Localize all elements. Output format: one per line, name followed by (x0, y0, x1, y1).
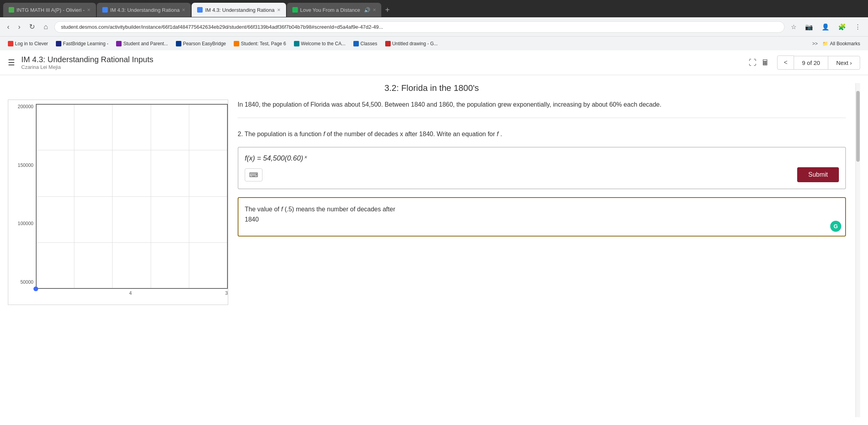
all-bookmarks-button[interactable]: 📁 All Bookmarks (819, 40, 863, 48)
tab-4[interactable]: Love You From a Distance 🔊 ✕ (287, 3, 381, 17)
response-text-1: The value of (245, 206, 279, 213)
new-tab-button[interactable]: + (382, 6, 393, 15)
bookmark-untitled[interactable]: Untitled drawing - G... (382, 40, 441, 48)
tab-4-icon (292, 7, 298, 13)
tab-4-label: Love You From a Distance (300, 7, 360, 13)
bookmark-pearson-icon (176, 41, 181, 46)
bookmark-pearson[interactable]: Pearson EasyBridge (173, 40, 229, 48)
bookmark-student-parent-icon (116, 41, 122, 46)
menu-button[interactable]: ⋮ (852, 22, 863, 32)
bookmarks-bar: Log in to Clever FastBridge Learning - S… (0, 36, 868, 50)
right-scrollbar[interactable] (855, 83, 860, 417)
tab-4-audio-icon: 🔊 (364, 7, 370, 13)
bookmark-welcome-icon (294, 41, 299, 46)
divider-1 (238, 118, 846, 118)
bookmark-student-parent[interactable]: Student and Parent... (113, 40, 171, 48)
tab-3-label: IM 4.3: Understanding Rationa (205, 7, 274, 13)
response-means: means the number of decades after (296, 206, 395, 213)
math-expression: f(x) = 54,500(0.60)ˣ (245, 154, 839, 163)
response-f: f (281, 206, 283, 213)
bookmark-student-parent-label: Student and Parent... (123, 41, 168, 46)
tab-2-icon (102, 7, 108, 13)
bookmark-star-button[interactable]: ☆ (789, 22, 799, 32)
screenshot-button[interactable]: 📷 (803, 22, 815, 32)
bookmark-untitled-label: Untitled drawing - G... (392, 41, 438, 46)
tab-3-close[interactable]: ✕ (277, 7, 281, 13)
right-panel: In 1840, the population of Florida was a… (228, 100, 855, 305)
scrollbar-thumb[interactable] (856, 91, 860, 162)
calculator-button[interactable]: 🖩 (761, 58, 769, 67)
tab-1-label: INTG MATH III A(P) - Olivieri - (17, 7, 85, 13)
math-input-toolbar: ⌨ Submit (245, 167, 839, 182)
refresh-button[interactable]: ↻ (27, 21, 37, 33)
tab-3[interactable]: IM 4.3: Understanding Rationa ✕ (192, 3, 286, 17)
text-response-content: The value of f (.5) means the number of … (245, 204, 839, 224)
bookmark-clever-icon (8, 41, 13, 46)
y-label-150000: 150000 (10, 163, 33, 168)
section-title: 3.2: Florida in the 1800's (8, 83, 855, 93)
question-f2: f (497, 131, 499, 137)
app-title: IM 4.3: Understanding Rational Inputs (21, 55, 749, 64)
question-part1: 2. The population is a function (238, 131, 321, 137)
back-button[interactable]: ‹ (5, 21, 12, 33)
bookmark-student-test[interactable]: Student: Test, Page 6 (231, 40, 289, 48)
forward-button[interactable]: › (16, 21, 23, 33)
question-rest: of the number of decades x after 1840. W… (327, 131, 495, 137)
profile-button[interactable]: 👤 (819, 22, 832, 32)
hamburger-button[interactable]: ☰ (8, 58, 15, 67)
x-label-3: 3 (225, 290, 228, 296)
y-label-100000: 100000 (10, 221, 33, 226)
question-text: 2. The population is a function f of the… (238, 129, 846, 139)
keyboard-button[interactable]: ⌨ (245, 168, 262, 181)
graph-border (36, 104, 228, 289)
nav-controls: < 9 of 20 Next › (777, 55, 860, 70)
bookmark-untitled-icon (385, 41, 391, 46)
bookmark-student-test-label: Student: Test, Page 6 (241, 41, 286, 46)
home-button[interactable]: ⌂ (41, 21, 50, 33)
bookmark-welcome[interactable]: Welcome to the CA... (291, 40, 349, 48)
bookmarks-more-button[interactable]: >> (812, 41, 818, 46)
next-arrow: › (850, 59, 852, 66)
page-content: ☰ IM 4.3: Understanding Rational Inputs … (0, 50, 868, 425)
address-input[interactable] (54, 21, 785, 33)
tab-1-close[interactable]: ✕ (87, 7, 90, 13)
tab-2[interactable]: IM 4.3: Understanding Rationa ✕ (97, 3, 191, 17)
tab-3-icon (197, 7, 203, 13)
y-axis-labels: 200000 150000 100000 50000 (8, 100, 36, 289)
bookmark-clever-label: Log in to Clever (15, 41, 48, 46)
math-input-box[interactable]: f(x) = 54,500(0.60)ˣ ⌨ Submit (238, 147, 846, 189)
app-header: ☰ IM 4.3: Understanding Rational Inputs … (0, 50, 868, 75)
page-counter: 9 of 20 (794, 56, 828, 70)
question-period: . (500, 131, 502, 137)
tab-4-close[interactable]: ✕ (373, 7, 376, 13)
extension-button[interactable]: 🧩 (836, 22, 848, 32)
app-title-section: IM 4.3: Understanding Rational Inputs Cz… (21, 55, 749, 70)
prev-page-button[interactable]: < (777, 55, 794, 70)
submit-button[interactable]: Submit (797, 167, 839, 182)
app-subtitle: Czarina Lei Mejia (21, 64, 749, 70)
graph-canvas: 200000 150000 100000 50000 (8, 100, 228, 305)
bookmark-fastbridge-icon (56, 41, 61, 46)
tab-bar: INTG MATH III A(P) - Olivieri - ✕ IM 4.3… (0, 0, 868, 17)
content-area: 3.2: Florida in the 1800's 200000 150000… (8, 83, 855, 417)
bookmark-pearson-label: Pearson EasyBridge (183, 41, 226, 46)
bookmark-classes-label: Classes (360, 41, 377, 46)
folder-icon: 📁 (822, 41, 828, 46)
x-axis-container: 4 3 (36, 289, 228, 305)
address-bar-row: ‹ › ↻ ⌂ ☆ 📷 👤 🧩 ⋮ (0, 17, 868, 36)
header-tools: ⛶ 🖩 (749, 58, 769, 67)
browser-chrome: INTG MATH III A(P) - Olivieri - ✕ IM 4.3… (0, 0, 868, 50)
next-label: Next (836, 59, 848, 66)
expand-button[interactable]: ⛶ (749, 58, 757, 67)
bookmark-clever[interactable]: Log in to Clever (5, 40, 51, 48)
next-page-button[interactable]: Next › (828, 56, 860, 70)
tab-2-close[interactable]: ✕ (182, 7, 185, 13)
bookmark-classes[interactable]: Classes (350, 40, 380, 48)
bookmark-fastbridge[interactable]: FastBridge Learning - (53, 40, 111, 48)
text-response-box[interactable]: The value of f (.5) means the number of … (238, 197, 846, 237)
bookmark-student-test-icon (234, 41, 239, 46)
tab-1[interactable]: INTG MATH III A(P) - Olivieri - ✕ (3, 3, 96, 17)
response-year: 1840 (245, 216, 259, 223)
bookmark-classes-icon (353, 41, 359, 46)
description-text: In 1840, the population of Florida was a… (238, 100, 846, 110)
